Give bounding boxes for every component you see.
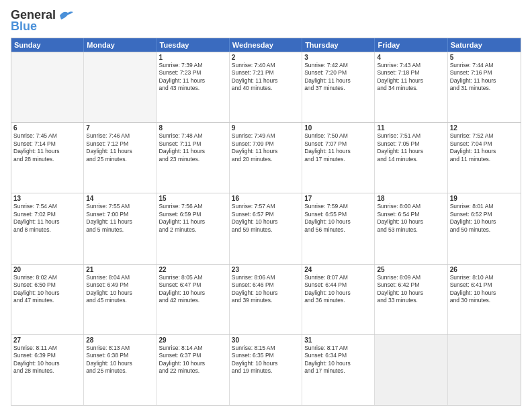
calendar-cell: 11Sunrise: 7:51 AMSunset: 7:05 PMDayligh…	[375, 123, 447, 193]
cell-info-line: and 28 minutes.	[13, 367, 81, 375]
day-number: 19	[450, 195, 519, 202]
cell-info-line: and 33 minutes.	[377, 297, 445, 304]
logo-bird-icon	[58, 10, 73, 21]
cell-info-line: Sunset: 6:39 PM	[13, 352, 81, 359]
cell-info-line: Sunrise: 8:17 AM	[304, 345, 372, 352]
cell-info-line: Daylight: 10 hours	[232, 360, 300, 367]
calendar-cell: 4Sunrise: 7:43 AMSunset: 7:18 PMDaylight…	[375, 52, 447, 122]
day-number: 30	[232, 336, 300, 344]
header-day-saturday: Saturday	[448, 38, 521, 52]
cell-info-line: Sunrise: 8:04 AM	[86, 274, 154, 281]
calendar-cell: 6Sunrise: 7:45 AMSunset: 7:14 PMDaylight…	[11, 123, 84, 193]
cell-info-line: Daylight: 11 hours	[377, 77, 445, 85]
cell-info-line: Sunset: 6:44 PM	[304, 281, 372, 289]
day-number: 20	[13, 266, 81, 273]
day-number: 26	[450, 266, 519, 273]
day-number: 21	[86, 266, 154, 273]
cell-info-line: and 31 minutes.	[450, 85, 519, 92]
cell-info-line: Daylight: 10 hours	[304, 289, 372, 297]
cell-info-line: Sunrise: 7:54 AM	[13, 203, 81, 210]
day-number: 7	[86, 124, 154, 132]
cell-info-line: Sunrise: 7:42 AM	[304, 62, 372, 69]
cell-info-line: and 34 minutes.	[377, 85, 445, 92]
cell-info-line: Sunset: 6:49 PM	[86, 281, 154, 289]
day-number: 8	[159, 124, 227, 132]
header-day-wednesday: Wednesday	[230, 38, 302, 52]
cell-info-line: Daylight: 11 hours	[86, 148, 154, 155]
cell-info-line: Sunrise: 8:07 AM	[304, 274, 372, 281]
cell-info-line: and 45 minutes.	[86, 297, 154, 304]
calendar-cell: 5Sunrise: 7:44 AMSunset: 7:16 PMDaylight…	[448, 52, 521, 122]
cell-info-line: and 42 minutes.	[159, 297, 227, 304]
calendar-body: 1Sunrise: 7:39 AMSunset: 7:23 PMDaylight…	[11, 52, 521, 405]
cell-info-line: Daylight: 11 hours	[232, 148, 300, 155]
calendar-cell: 21Sunrise: 8:04 AMSunset: 6:49 PMDayligh…	[84, 265, 157, 334]
cell-info-line: Sunrise: 7:44 AM	[450, 62, 519, 69]
cell-info-line: Sunrise: 7:51 AM	[377, 132, 445, 140]
cell-info-line: Sunrise: 7:48 AM	[159, 132, 227, 140]
cell-info-line: Sunrise: 7:50 AM	[304, 132, 372, 140]
cell-info-line: Daylight: 11 hours	[377, 148, 445, 155]
cell-info-line: Daylight: 10 hours	[232, 289, 300, 297]
calendar-cell: 28Sunrise: 8:13 AMSunset: 6:38 PMDayligh…	[84, 335, 157, 405]
cell-info-line: Sunset: 6:42 PM	[377, 281, 445, 289]
calendar-cell: 15Sunrise: 7:56 AMSunset: 6:59 PMDayligh…	[157, 193, 230, 263]
calendar-cell: 16Sunrise: 7:57 AMSunset: 6:57 PMDayligh…	[230, 193, 302, 263]
cell-info-line: Daylight: 11 hours	[450, 148, 519, 155]
cell-info-line: Sunrise: 7:57 AM	[232, 203, 300, 210]
cell-info-line: Daylight: 10 hours	[13, 360, 81, 367]
day-number: 27	[13, 336, 81, 344]
cell-info-line: Sunrise: 7:40 AM	[232, 62, 300, 69]
cell-info-line: Daylight: 11 hours	[450, 77, 519, 85]
cell-info-line: Daylight: 10 hours	[86, 289, 154, 297]
header-day-friday: Friday	[375, 38, 447, 52]
cell-info-line: and 14 minutes.	[377, 156, 445, 163]
calendar-cell: 31Sunrise: 8:17 AMSunset: 6:34 PMDayligh…	[302, 335, 375, 405]
cell-info-line: Sunset: 7:11 PM	[159, 140, 227, 148]
calendar-week-4: 20Sunrise: 8:02 AMSunset: 6:50 PMDayligh…	[11, 264, 521, 334]
calendar-cell: 14Sunrise: 7:55 AMSunset: 7:00 PMDayligh…	[84, 193, 157, 263]
cell-info-line: Sunset: 7:20 PM	[304, 69, 372, 77]
cell-info-line: Sunset: 7:04 PM	[450, 140, 519, 148]
cell-info-line: Daylight: 10 hours	[232, 218, 300, 226]
calendar-week-1: 1Sunrise: 7:39 AMSunset: 7:23 PMDaylight…	[11, 52, 521, 122]
cell-info-line: Daylight: 10 hours	[304, 360, 372, 367]
page: General Blue SundayMondayTuesdayWednesda…	[0, 0, 532, 411]
cell-info-line: and 2 minutes.	[159, 226, 227, 234]
cell-info-line: and 39 minutes.	[232, 297, 300, 304]
calendar-week-3: 13Sunrise: 7:54 AMSunset: 7:02 PMDayligh…	[11, 193, 521, 263]
cell-info-line: Sunrise: 8:06 AM	[232, 274, 300, 281]
day-number: 3	[304, 54, 372, 61]
cell-info-line: and 50 minutes.	[450, 226, 519, 234]
cell-info-line: Sunrise: 8:10 AM	[450, 274, 519, 281]
cell-info-line: Sunset: 7:02 PM	[13, 211, 81, 218]
cell-info-line: Daylight: 11 hours	[86, 218, 154, 226]
cell-info-line: Sunrise: 7:43 AM	[377, 62, 445, 69]
day-number: 24	[304, 266, 372, 273]
cell-info-line: Sunset: 6:47 PM	[159, 281, 227, 289]
calendar-cell	[448, 335, 521, 405]
day-number: 13	[13, 195, 81, 202]
day-number: 11	[377, 124, 445, 132]
cell-info-line: and 25 minutes.	[86, 367, 154, 375]
cell-info-line: and 43 minutes.	[159, 85, 227, 92]
cell-info-line: Sunrise: 8:05 AM	[159, 274, 227, 281]
cell-info-line: Sunrise: 7:52 AM	[450, 132, 519, 140]
cell-info-line: Sunrise: 8:11 AM	[13, 345, 81, 352]
cell-info-line: Sunset: 7:05 PM	[377, 140, 445, 148]
cell-info-line: Daylight: 11 hours	[13, 218, 81, 226]
cell-info-line: and 11 minutes.	[450, 156, 519, 163]
cell-info-line: Daylight: 11 hours	[159, 218, 227, 226]
cell-info-line: Daylight: 10 hours	[304, 218, 372, 226]
calendar-cell: 12Sunrise: 7:52 AMSunset: 7:04 PMDayligh…	[448, 123, 521, 193]
day-number: 31	[304, 336, 372, 344]
calendar-header: SundayMondayTuesdayWednesdayThursdayFrid…	[11, 38, 521, 52]
cell-info-line: Sunset: 7:23 PM	[159, 69, 227, 77]
header-day-sunday: Sunday	[11, 38, 84, 52]
day-number: 12	[450, 124, 519, 132]
cell-info-line: Sunrise: 7:56 AM	[159, 203, 227, 210]
cell-info-line: Sunset: 7:18 PM	[377, 69, 445, 77]
calendar-cell	[84, 52, 157, 122]
cell-info-line: Sunset: 7:14 PM	[13, 140, 81, 148]
calendar-cell: 29Sunrise: 8:14 AMSunset: 6:37 PMDayligh…	[157, 335, 230, 405]
